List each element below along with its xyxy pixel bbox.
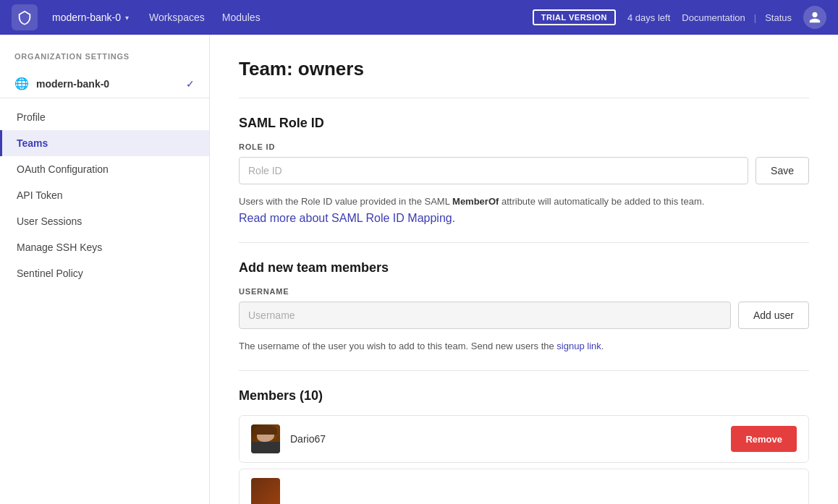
username-input[interactable]	[239, 302, 731, 329]
member-card: Dario67 Remove	[239, 415, 809, 463]
saml-section-title: SAML Role ID	[239, 116, 809, 131]
modules-link[interactable]: Modules	[222, 12, 261, 23]
trial-days: 4 days left	[627, 12, 670, 23]
sidebar-item-api-token[interactable]: API Token	[0, 182, 209, 208]
workspaces-link[interactable]: Workspaces	[149, 12, 205, 23]
sidebar-item-profile[interactable]: Profile	[0, 104, 209, 130]
documentation-link[interactable]: Documentation	[682, 12, 745, 23]
check-icon: ✓	[186, 78, 195, 90]
divider-1	[239, 242, 809, 243]
globe-icon: 🌐	[14, 77, 29, 90]
workspace-name: modern-bank-0	[52, 12, 121, 23]
page-title: Team: owners	[239, 58, 809, 80]
sidebar: ORGANIZATION SETTINGS 🌐 modern-bank-0 ✓ …	[0, 35, 210, 504]
saml-help-text: Users with the Role ID value provided in…	[239, 195, 809, 209]
sidebar-item-ssh-keys[interactable]: Manage SSH Keys	[0, 234, 209, 260]
nav-separator: |	[754, 12, 756, 23]
saml-help-bold: MemberOf	[452, 196, 499, 207]
user-avatar[interactable]	[803, 6, 826, 29]
remove-member-button[interactable]: Remove	[731, 426, 797, 452]
nav-links: Workspaces Modules	[149, 12, 261, 23]
trial-badge: TRIAL VERSION	[533, 9, 616, 25]
add-user-help-text-end: .	[601, 341, 604, 351]
doc-links: Documentation | Status	[682, 12, 792, 23]
signup-link[interactable]: signup link	[556, 341, 601, 351]
add-user-help-text: The username of the user you wish to add…	[239, 339, 809, 354]
org-selector[interactable]: 🌐 modern-bank-0 ✓	[0, 69, 209, 98]
sidebar-item-sentinel[interactable]: Sentinel Policy	[0, 260, 209, 286]
saml-help-text-2: attribute will automatically be added to…	[499, 196, 704, 207]
member-avatar-partial	[251, 478, 280, 504]
member-card-partial	[239, 469, 809, 504]
divider-2	[239, 370, 809, 371]
saml-help-text-1: Users with the Role ID value provided in…	[239, 196, 452, 207]
sidebar-item-oauth[interactable]: OAuth Configuration	[0, 156, 209, 182]
app-logo[interactable]	[12, 4, 38, 30]
members-title: Members (10)	[239, 388, 809, 403]
role-id-row: Save	[239, 157, 809, 184]
nav-right: TRIAL VERSION 4 days left Documentation …	[533, 6, 826, 29]
sidebar-nav: Profile Teams OAuth Configuration API To…	[0, 104, 209, 286]
saml-section: SAML Role ID ROLE ID Save Users with the…	[239, 116, 809, 225]
role-id-label: ROLE ID	[239, 142, 809, 151]
username-label: USERNAME	[239, 287, 809, 296]
main-content: Team: owners SAML Role ID ROLE ID Save U…	[210, 35, 838, 504]
username-row: Add user	[239, 302, 809, 329]
org-name: modern-bank-0	[36, 78, 179, 90]
add-members-title: Add new team members	[239, 260, 809, 276]
add-user-help-text-1: The username of the user you wish to add…	[239, 341, 556, 351]
add-user-button[interactable]: Add user	[738, 302, 809, 329]
role-id-input[interactable]	[239, 157, 748, 184]
members-section: Members (10) Dario67 Remove	[239, 388, 809, 504]
workspace-selector[interactable]: modern-bank-0 ▾	[52, 12, 129, 23]
sidebar-item-teams[interactable]: Teams	[0, 130, 209, 156]
sidebar-section-label: ORGANIZATION SETTINGS	[0, 52, 209, 69]
saml-learn-more-link[interactable]: Read more about SAML Role ID Mapping.	[239, 212, 455, 224]
divider-top	[239, 98, 809, 98]
status-link[interactable]: Status	[765, 12, 792, 23]
member-avatar	[251, 424, 280, 453]
add-members-section: Add new team members USERNAME Add user T…	[239, 260, 809, 354]
main-layout: ORGANIZATION SETTINGS 🌐 modern-bank-0 ✓ …	[0, 35, 838, 504]
save-button[interactable]: Save	[756, 157, 809, 184]
member-name: Dario67	[290, 433, 731, 445]
chevron-down-icon: ▾	[125, 14, 129, 22]
sidebar-item-user-sessions[interactable]: User Sessions	[0, 208, 209, 234]
top-navigation: modern-bank-0 ▾ Workspaces Modules TRIAL…	[0, 0, 838, 35]
